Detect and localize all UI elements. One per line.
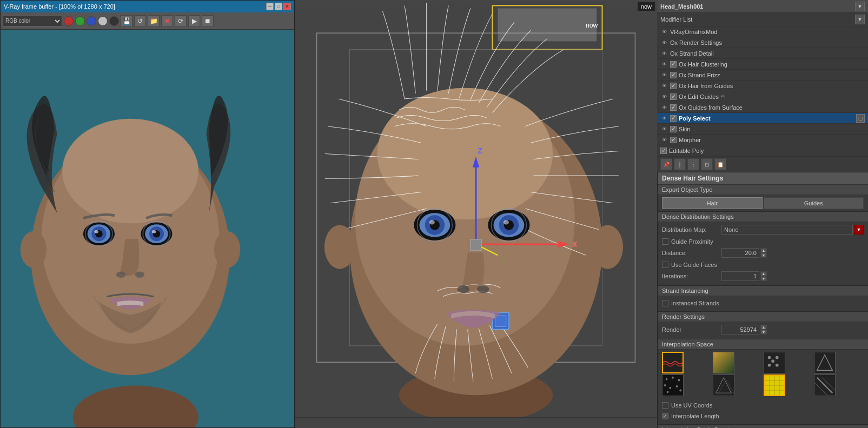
iterations-label: Iterations:: [662, 273, 721, 279]
tab-hair[interactable]: Hair: [662, 197, 763, 209]
texture-thumb-1[interactable]: [662, 352, 684, 373]
mod-oxhairfrom-check[interactable]: ✓: [670, 83, 677, 89]
export-tabs: Hair Guides: [658, 195, 868, 211]
dense-distribution-title: Dense Distribution Settings: [658, 212, 868, 222]
export-object-type-section: Export Object Type Hair Guides: [658, 185, 868, 212]
modifier-panel-dropdown[interactable]: ▼: [855, 2, 865, 11]
mod-item-vrayornatrix[interactable]: 👁 VRayOrnatrixMod: [657, 26, 868, 37]
distance-input[interactable]: [721, 248, 759, 258]
mod-oxhairfrom-icon: 👁: [660, 82, 668, 90]
instanced-strands-checkbox[interactable]: [662, 300, 668, 306]
interpolation-guide-count-section: Interpolation Guide Count: [658, 425, 868, 428]
mod-polyselect-check[interactable]: ✓: [670, 115, 677, 122]
mod-oxstrandfrizz-check[interactable]: ✓: [670, 72, 677, 78]
modifier-list-dropdown-btn[interactable]: ▼: [855, 15, 865, 24]
texture-thumb-4[interactable]: [814, 352, 836, 373]
render-input[interactable]: [721, 325, 759, 335]
texture-thumb-2[interactable]: [713, 352, 734, 373]
mod-polyselect-expand[interactable]: □: [856, 114, 865, 123]
viewport-label[interactable]: now: [638, 2, 655, 11]
mod-item-oxrender[interactable]: 👁 Ox Render Settings: [657, 37, 868, 48]
texture-thumb-5[interactable]: [662, 374, 684, 396]
window-controls: ─ □ ✕: [266, 3, 291, 10]
svg-rect-60: [764, 352, 785, 373]
mod-oxeditguides-check[interactable]: ✓: [670, 93, 677, 100]
play-button[interactable]: ▶: [188, 15, 200, 27]
mod-skin-icon: 👁: [660, 125, 668, 133]
mod-item-polyselect[interactable]: 👁 ✓ Poly Select □: [657, 113, 868, 124]
refresh-button[interactable]: ↺: [134, 15, 146, 27]
interpolate-length-checkbox[interactable]: ✓: [662, 413, 668, 419]
folder-button[interactable]: 📁: [148, 15, 160, 27]
use-uv-coords-checkbox[interactable]: [662, 402, 668, 409]
mod-oxhaircluster-check[interactable]: ✓: [670, 61, 677, 68]
mod-item-oxhaircluster[interactable]: 👁 ✓ Ox Hair Clustering: [657, 59, 868, 70]
svg-point-54: [457, 285, 469, 293]
maximize-button[interactable]: □: [275, 3, 282, 10]
mod-type-button[interactable]: |: [674, 158, 686, 170]
main-viewport: now: [295, 0, 657, 428]
interpolation-checkboxes: Use UV Coords ✓ Interpolate Length: [658, 398, 868, 424]
mod-item-oxeditguides[interactable]: 👁 ✓ Ox Edit Guides ✏: [657, 91, 868, 102]
white-button[interactable]: [98, 16, 108, 26]
mod-pin-button[interactable]: 📌: [660, 158, 672, 170]
mod-item-morpher[interactable]: 👁 ✓ Morpher: [657, 135, 868, 145]
mod-polyselect-icon: 👁: [660, 115, 668, 122]
viewport-bottom-bar: [295, 417, 657, 428]
mod-morpher-check[interactable]: ✓: [670, 137, 677, 143]
iterations-value-container: ▲ ▼: [721, 271, 864, 281]
mod-oxstrand-icon: 👁: [660, 50, 668, 57]
guide-proximity-checkbox[interactable]: [662, 238, 668, 245]
mod-oxeditguides-icon: 👁: [660, 93, 668, 101]
mod-oxstrandfrizz-label: Ox Strand Frizz: [679, 72, 720, 78]
face-render-image: [1, 30, 294, 427]
reload-button[interactable]: ⟳: [175, 15, 187, 27]
iterations-down[interactable]: ▼: [760, 276, 767, 281]
mod-skin-check[interactable]: ✓: [670, 126, 677, 132]
use-uv-coords-label: Use UV Coords: [671, 402, 712, 409]
texture-thumb-7[interactable]: [764, 374, 785, 396]
texture-thumb-6[interactable]: [713, 374, 734, 396]
distribution-map-dropdown[interactable]: ▼: [854, 225, 864, 235]
distance-down[interactable]: ▼: [760, 253, 767, 258]
mod-copy-button[interactable]: ⊡: [701, 158, 713, 170]
save-button[interactable]: 💾: [121, 15, 132, 27]
mod-editablepoly-check[interactable]: ✓: [660, 148, 667, 154]
guide-proximity-label: Guide Proximity: [671, 238, 713, 245]
mod-item-oxhairfrom[interactable]: 👁 ✓ Ox Hair from Guides: [657, 81, 868, 91]
render-down[interactable]: ▼: [760, 330, 767, 335]
stop-button[interactable]: ⏹: [202, 15, 214, 27]
tab-guides[interactable]: Guides: [764, 197, 864, 209]
green-channel-button[interactable]: [75, 16, 85, 26]
viewport-3d: now: [295, 0, 657, 417]
svg-point-72: [664, 384, 666, 386]
mod-oxguidesfrom-check[interactable]: ✓: [670, 104, 677, 111]
svg-point-20: [214, 231, 240, 268]
mod-oxeditguides-edit-icon: ✏: [721, 93, 725, 99]
red-channel-button[interactable]: [64, 16, 74, 26]
mod-paste-button[interactable]: 📋: [714, 158, 726, 170]
iterations-up[interactable]: ▲: [760, 271, 767, 276]
distance-up[interactable]: ▲: [760, 248, 767, 253]
use-guide-faces-checkbox[interactable]: [662, 262, 668, 268]
mod-item-oxstrand[interactable]: 👁 Ox Strand Detail: [657, 48, 868, 59]
distribution-map-selector[interactable]: None: [721, 225, 853, 235]
svg-point-63: [767, 364, 771, 367]
mod-item-skin[interactable]: 👁 ✓ Skin: [657, 124, 868, 135]
mod-item-editablepoly[interactable]: ✓ Editable Poly: [657, 145, 868, 156]
close-button[interactable]: ✕: [283, 3, 291, 10]
blue-channel-button[interactable]: [87, 16, 96, 26]
mod-item-oxstrandfrizz[interactable]: 👁 ✓ Ox Strand Frizz: [657, 70, 868, 81]
minimize-button[interactable]: ─: [266, 3, 274, 10]
render-up[interactable]: ▲: [760, 325, 767, 330]
dense-hair-panel: Dense Hair Settings Export Object Type H…: [657, 172, 868, 428]
mod-item-oxguidesfrom[interactable]: 👁 ✓ Ox Guides from Surface: [657, 102, 868, 113]
clear-button[interactable]: ✖: [161, 15, 173, 27]
mod-vertex-button[interactable]: ⋮: [687, 158, 699, 170]
iterations-input[interactable]: [721, 271, 759, 281]
svg-point-56: [324, 225, 355, 269]
black-button[interactable]: [109, 16, 119, 26]
texture-thumb-8[interactable]: [814, 374, 836, 396]
texture-thumb-3[interactable]: [764, 352, 785, 373]
channel-select[interactable]: RGB color: [3, 16, 62, 26]
